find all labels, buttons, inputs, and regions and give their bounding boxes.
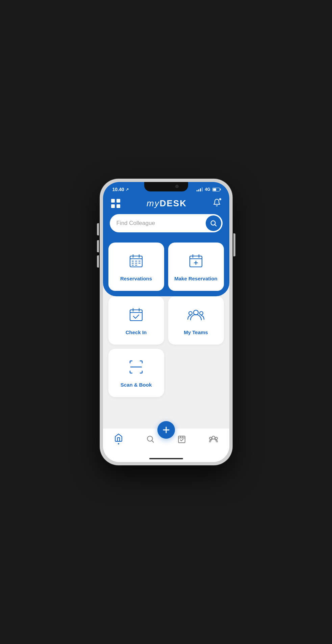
empty-tile	[168, 349, 224, 397]
checkin-nav-icon	[177, 435, 186, 443]
scan-book-tile[interactable]: Scan & Book	[108, 349, 164, 397]
svg-line-29	[152, 440, 154, 442]
nav-checkin[interactable]	[171, 433, 193, 445]
main-content: Reservations	[103, 243, 229, 428]
my-teams-label: My Teams	[184, 329, 208, 335]
nav-home[interactable]	[107, 432, 130, 446]
make-reservation-label: Make Reservation	[174, 276, 218, 281]
network-label: 4G	[205, 187, 210, 192]
svg-point-38	[215, 437, 218, 439]
scan-book-label: Scan & Book	[121, 382, 152, 388]
status-time: 10.40 ↗	[112, 187, 129, 192]
search-button[interactable]	[206, 215, 221, 231]
svg-point-36	[212, 436, 215, 439]
status-icons: 4G	[197, 187, 220, 192]
notification-dot	[219, 198, 222, 201]
battery-icon	[212, 188, 220, 191]
app-logo: myDESK	[147, 198, 187, 209]
search-section: Find Colleague	[103, 209, 229, 243]
reservations-label: Reservations	[120, 276, 152, 281]
home-active-dot	[118, 443, 119, 444]
svg-line-1	[215, 225, 216, 226]
notification-bell-icon[interactable]	[213, 199, 221, 209]
svg-point-37	[209, 437, 212, 439]
time-display: 10.40	[112, 187, 124, 192]
my-teams-tile[interactable]: My Teams	[168, 296, 224, 345]
top-tiles-grid: Reservations	[108, 243, 224, 291]
bottom-navigation	[103, 428, 229, 453]
scan-book-icon	[127, 358, 145, 377]
svg-point-26	[200, 312, 203, 315]
make-reservation-icon	[187, 252, 205, 271]
logo-my: my	[147, 198, 160, 208]
location-icon: ↗	[126, 187, 129, 192]
check-in-icon	[127, 306, 145, 325]
plus-icon	[161, 425, 171, 435]
search-bar[interactable]: Find Colleague	[110, 214, 223, 232]
fab-add-button[interactable]	[157, 421, 175, 439]
menu-icon[interactable]	[111, 199, 121, 208]
svg-rect-32	[179, 436, 185, 443]
logo-desk: DESK	[160, 198, 187, 208]
my-teams-icon	[187, 306, 205, 325]
search-input[interactable]: Find Colleague	[117, 220, 202, 227]
home-icon	[114, 433, 123, 442]
app-header: myDESK	[103, 195, 229, 209]
nav-teams[interactable]	[202, 433, 225, 445]
blue-header-area: Reservations	[103, 243, 229, 296]
svg-rect-20	[130, 310, 142, 321]
bottom-tiles-area: Check In	[103, 296, 229, 402]
svg-point-25	[189, 312, 192, 315]
check-in-tile[interactable]: Check In	[108, 296, 164, 345]
reservations-tile[interactable]: Reservations	[108, 243, 164, 291]
signal-icon	[197, 187, 203, 191]
reservations-icon	[127, 252, 145, 271]
teams-nav-icon	[209, 435, 218, 443]
nav-search[interactable]	[139, 433, 161, 445]
check-in-label: Check In	[126, 329, 147, 335]
search-nav-icon	[146, 435, 155, 443]
make-reservation-tile[interactable]: Make Reservation	[168, 243, 224, 291]
home-indicator	[103, 453, 229, 462]
